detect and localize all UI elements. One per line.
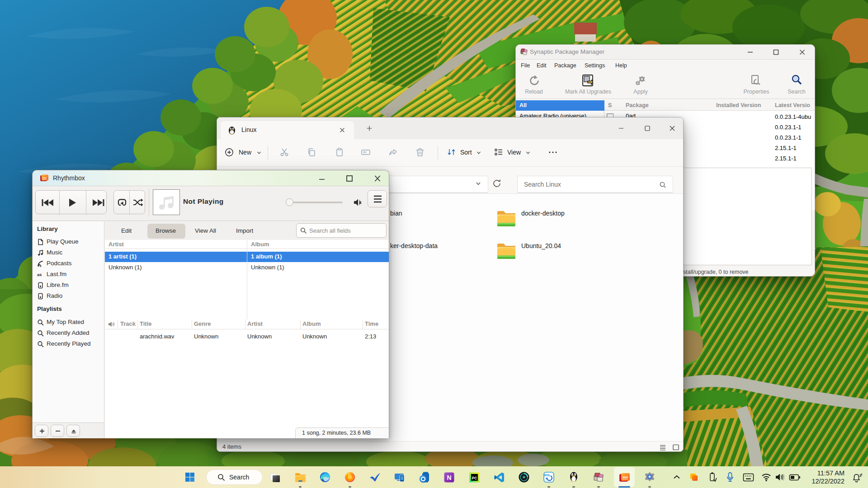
- svg-text:z: z: [861, 473, 863, 476]
- svg-text:N: N: [447, 474, 451, 481]
- svg-text:PC: PC: [472, 475, 477, 480]
- svg-text:as: as: [37, 272, 42, 277]
- svg-text:WSL: WSL: [544, 474, 550, 477]
